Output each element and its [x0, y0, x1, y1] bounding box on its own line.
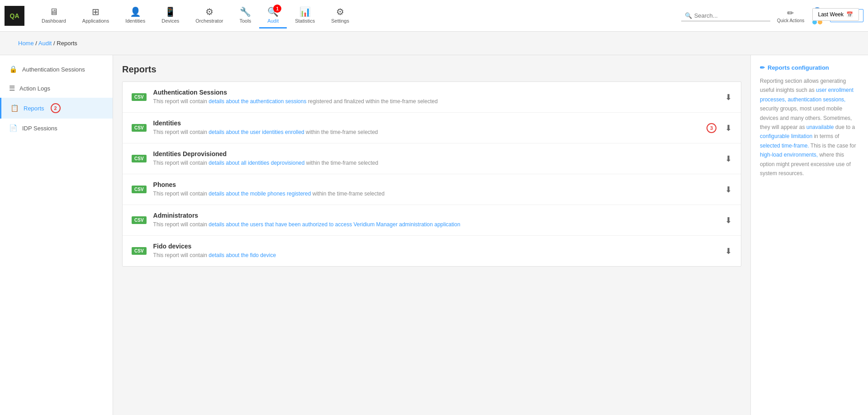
report-info-identities-deprovisioned: Identities Deprovisioned This report wil… — [153, 150, 718, 167]
report-info-fido-devices: Fido devices This report will contain de… — [153, 243, 718, 259]
download-button-auth-sessions[interactable]: ⬇ — [725, 92, 732, 102]
action-logs-sidebar-icon: ☰ — [9, 84, 15, 92]
sidebar: 🔒 Authentication Sessions☰ Action Logs📋 … — [0, 55, 113, 415]
breadcrumb-home[interactable]: Home — [18, 40, 34, 47]
report-row-auth-sessions: CSV Authentication Sessions This report … — [123, 82, 741, 113]
report-row-administrators: CSV Administrators This report will cont… — [123, 205, 741, 236]
report-info-administrators: Administrators This report will contain … — [153, 212, 718, 229]
settings-nav-icon: ⚙ — [336, 6, 344, 17]
top-nav: QA 🖥 Dashboard⊞ Applications👤 Identities… — [0, 0, 868, 32]
download-button-fido-devices[interactable]: ⬇ — [725, 246, 732, 256]
sidebar-item-action-logs[interactable]: ☰ Action Logs — [0, 79, 113, 98]
date-picker-button[interactable]: Last Week 📅 — [812, 8, 859, 21]
orchestrator-nav-icon: ⚙ — [205, 6, 213, 17]
nav-item-statistics[interactable]: 📊 Statistics — [287, 3, 323, 29]
nav-item-settings[interactable]: ⚙ Settings — [323, 3, 357, 29]
download-button-identities[interactable]: ⬇ — [725, 123, 732, 133]
nav-item-label-audit: Audit — [267, 18, 279, 24]
sidebar-item-auth-sessions[interactable]: 🔒 Authentication Sessions — [0, 60, 113, 79]
breadcrumb-reports: Reports — [57, 40, 77, 47]
auth-sessions-sidebar-icon: 🔒 — [9, 65, 18, 73]
nav-item-label-settings: Settings — [331, 18, 349, 24]
page-title: Reports — [122, 64, 741, 75]
tools-nav-icon: 🔧 — [240, 6, 251, 17]
report-info-auth-sessions: Authentication Sessions This report will… — [153, 89, 718, 105]
reports-sidebar-icon: 📋 — [10, 104, 19, 112]
search-icon: 🔍 — [685, 12, 692, 19]
search-box[interactable]: 🔍 — [681, 10, 770, 21]
quick-actions-icon: ✏ — [787, 8, 794, 18]
nav-item-label-identities: Identities — [125, 18, 145, 24]
logo: QA — [5, 6, 24, 26]
report-desc-identities: This report will contain details about t… — [153, 128, 698, 136]
nav-item-label-devices: Devices — [161, 18, 179, 24]
nav-item-identities[interactable]: 👤 Identities — [117, 3, 153, 29]
reports-table: CSV Authentication Sessions This report … — [122, 81, 741, 267]
nav-item-applications[interactable]: ⊞ Applications — [74, 3, 117, 29]
nav-item-label-tools: Tools — [239, 18, 251, 24]
report-title-phones: Phones — [153, 181, 718, 188]
download-button-identities-deprovisioned[interactable]: ⬇ — [725, 154, 732, 164]
csv-badge-administrators: CSV — [132, 216, 147, 224]
report-title-auth-sessions: Authentication Sessions — [153, 89, 718, 96]
sidebar-label-idp-sessions: IDP Sessions — [22, 125, 57, 132]
pencil-icon: ✏ — [760, 64, 765, 71]
download-button-phones[interactable]: ⬇ — [725, 185, 732, 195]
report-title-fido-devices: Fido devices — [153, 243, 718, 250]
idp-sessions-sidebar-icon: 📄 — [9, 124, 18, 132]
report-title-identities-deprovisioned: Identities Deprovisioned — [153, 150, 718, 157]
right-panel-title: ✏ Reports configuration — [760, 64, 859, 71]
logo-text: QA — [10, 12, 19, 19]
statistics-nav-icon: 📊 — [299, 6, 311, 17]
csv-badge-fido-devices: CSV — [132, 247, 147, 255]
breadcrumb-audit[interactable]: Audit — [38, 40, 52, 47]
breadcrumb: Home / Audit / Reports — [9, 35, 86, 51]
identities-nav-icon: 👤 — [130, 6, 141, 17]
report-row-fido-devices: CSV Fido devices This report will contai… — [123, 236, 741, 266]
sidebar-item-reports[interactable]: 📋 Reports2 — [0, 98, 113, 119]
main-layout: 🔒 Authentication Sessions☰ Action Logs📋 … — [0, 55, 868, 415]
nav-item-label-orchestrator: Orchestrator — [195, 18, 223, 24]
nav-item-label-statistics: Statistics — [295, 18, 315, 24]
sidebar-label-auth-sessions: Authentication Sessions — [22, 66, 85, 73]
sidebar-item-idp-sessions[interactable]: 📄 IDP Sessions — [0, 119, 113, 138]
report-info-phones: Phones This report will contain details … — [153, 181, 718, 198]
nav-item-orchestrator[interactable]: ⚙ Orchestrator — [187, 3, 231, 29]
dashboard-nav-icon: 🖥 — [49, 7, 58, 17]
applications-nav-icon: ⊞ — [92, 6, 100, 17]
right-panel-title-text: Reports configuration — [768, 64, 829, 71]
content-area: Reports CSV Authentication Sessions This… — [113, 55, 750, 415]
date-btn-label: Last Week — [818, 11, 844, 18]
nav-item-devices[interactable]: 📱 Devices — [153, 3, 187, 29]
quick-actions-label: Quick Actions — [777, 18, 805, 23]
report-desc-administrators: This report will contain details about t… — [153, 220, 718, 229]
report-desc-auth-sessions: This report will contain details about t… — [153, 97, 718, 105]
nav-item-label-applications: Applications — [82, 18, 109, 24]
report-info-identities: Identities This report will contain deta… — [153, 119, 698, 136]
calendar-icon: 📅 — [846, 11, 853, 18]
csv-badge-identities-deprovisioned: CSV — [132, 155, 147, 162]
report-row-phones: CSV Phones This report will contain deta… — [123, 174, 741, 205]
nav-item-audit[interactable]: 🔍 Audit1 — [259, 3, 287, 29]
step-badge-2: 2 — [51, 103, 61, 113]
search-input[interactable] — [694, 12, 767, 19]
report-title-identities: Identities — [153, 119, 698, 127]
step-badge-3: 3 — [707, 123, 716, 133]
report-desc-fido-devices: This report will contain details about t… — [153, 251, 718, 259]
nav-item-tools[interactable]: 🔧 Tools — [231, 3, 259, 29]
report-desc-identities-deprovisioned: This report will contain details about a… — [153, 159, 718, 167]
report-row-identities-deprovisioned: CSV Identities Deprovisioned This report… — [123, 143, 741, 174]
csv-badge-identities: CSV — [132, 124, 147, 132]
quick-actions[interactable]: ✏ Quick Actions — [777, 8, 805, 23]
sidebar-label-action-logs: Action Logs — [19, 85, 50, 92]
nav-items: 🖥 Dashboard⊞ Applications👤 Identities📱 D… — [33, 3, 681, 29]
devices-nav-icon: 📱 — [165, 6, 176, 17]
right-panel: ✏ Reports configuration Reporting sectio… — [750, 55, 868, 415]
right-panel-desc: Reporting section allows generating usef… — [760, 76, 859, 178]
nav-item-dashboard[interactable]: 🖥 Dashboard — [33, 3, 74, 29]
nav-item-label-dashboard: Dashboard — [42, 18, 66, 24]
download-button-administrators[interactable]: ⬇ — [725, 215, 732, 225]
breadcrumb-row: Home / Audit / Reports Last Week 📅 — [0, 32, 868, 55]
csv-badge-auth-sessions: CSV — [132, 93, 147, 101]
report-row-identities: CSV Identities This report will contain … — [123, 113, 741, 143]
